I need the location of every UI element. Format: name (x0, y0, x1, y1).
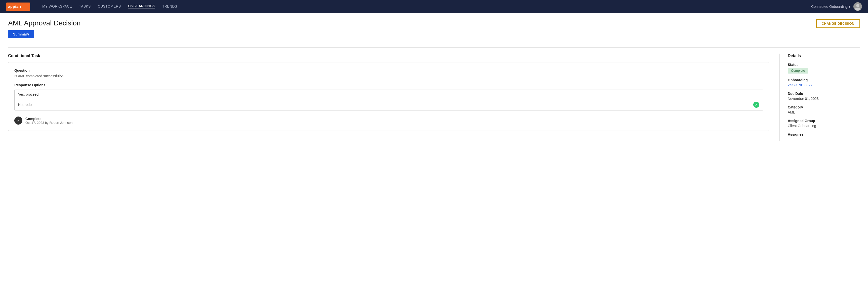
response-option-yes[interactable]: Yes, proceed (14, 90, 763, 99)
change-decision-button[interactable]: CHANGE DECISION (816, 19, 860, 28)
response-option-yes-label: Yes, proceed (18, 92, 38, 96)
nav-trends[interactable]: TRENDS (162, 4, 177, 9)
assignee-field: Assignee (788, 132, 860, 136)
status-field: Status Complete (788, 63, 860, 73)
nav-customers[interactable]: CUSTOMERS (98, 4, 121, 9)
left-panel: Conditional Task Question Is AML complet… (8, 54, 779, 141)
complete-text: Complete Oct 17, 2023 by Robert Johnson (25, 117, 72, 125)
category-label: Category (788, 105, 860, 109)
navbar: appian MY WORKSPACE TASKS CUSTOMERS ONBO… (0, 0, 868, 13)
assigned-group-field: Assigned Group Client Onboarding (788, 119, 860, 128)
divider (8, 47, 860, 48)
details-title: Details (788, 54, 860, 58)
category-field: Category AML (788, 105, 860, 114)
response-options-list: Yes, proceed No, redo ✓ (14, 90, 763, 111)
page-title: AML Approval Decision (8, 19, 81, 27)
nav-tasks[interactable]: TASKS (79, 4, 91, 9)
due-date-label: Due Date (788, 92, 860, 96)
onboarding-value[interactable]: ZSS-ONB-0027 (788, 83, 860, 87)
nav-right: Connected Onboarding ▾ (811, 2, 862, 11)
assignee-label: Assignee (788, 132, 860, 136)
right-panel: Details Status Complete Onboarding ZSS-O… (779, 54, 860, 141)
due-date-value: November 01, 2023 (788, 97, 860, 101)
user-label[interactable]: Connected Onboarding ▾ (811, 4, 850, 8)
page-content: AML Approval Decision Summary CHANGE DEC… (0, 13, 868, 305)
title-section: AML Approval Decision Summary (8, 19, 81, 43)
assigned-group-value: Client Onboarding (788, 124, 860, 128)
question-value: Is AML completed successfully? (14, 74, 763, 78)
conditional-task-title: Conditional Task (8, 54, 769, 58)
assigned-group-label: Assigned Group (788, 119, 860, 123)
onboarding-field: Onboarding ZSS-ONB-0027 (788, 78, 860, 87)
tab-row: Summary (8, 30, 81, 38)
status-label: Status (788, 63, 860, 67)
nav-my-workspace[interactable]: MY WORKSPACE (42, 4, 72, 9)
onboarding-label: Onboarding (788, 78, 860, 82)
question-label: Question (14, 68, 763, 72)
response-options-label: Response Options (14, 83, 763, 87)
complete-row: ✓ Complete Oct 17, 2023 by Robert Johnso… (14, 117, 763, 125)
summary-tab[interactable]: Summary (8, 30, 34, 38)
response-option-no-label: No, redo (18, 103, 32, 107)
due-date-field: Due Date November 01, 2023 (788, 92, 860, 101)
complete-sub: Oct 17, 2023 by Robert Johnson (25, 121, 72, 125)
response-option-no[interactable]: No, redo ✓ (14, 99, 763, 111)
complete-icon: ✓ (14, 117, 22, 125)
category-value: AML (788, 110, 860, 114)
selected-check-icon: ✓ (753, 102, 759, 108)
nav-onboardings[interactable]: ONBOARDINGS (128, 4, 155, 9)
main-layout: Conditional Task Question Is AML complet… (8, 54, 860, 141)
complete-label: Complete (25, 117, 72, 121)
brand-logo: appian (6, 2, 30, 11)
avatar[interactable] (854, 2, 862, 11)
nav-links: MY WORKSPACE TASKS CUSTOMERS ONBOARDINGS… (42, 4, 803, 9)
conditional-task-card: Question Is AML completed successfully? … (8, 62, 769, 131)
appian-logo[interactable]: appian (6, 2, 30, 11)
svg-point-2 (856, 4, 859, 7)
svg-text:appian: appian (8, 4, 21, 8)
status-badge: Complete (788, 68, 808, 73)
page-header: AML Approval Decision Summary CHANGE DEC… (8, 19, 860, 43)
svg-point-3 (855, 7, 860, 10)
